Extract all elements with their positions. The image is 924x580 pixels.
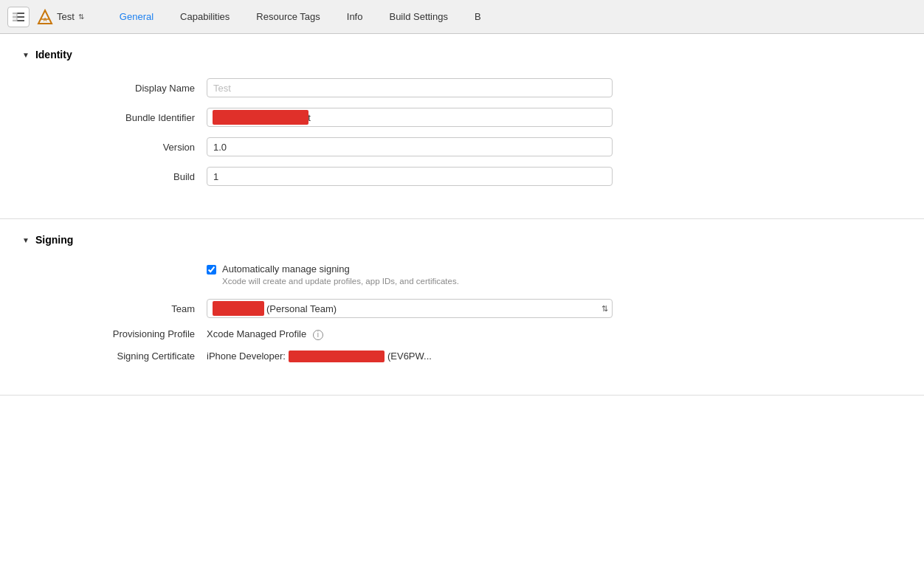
version-label: Version xyxy=(22,142,207,153)
cert-redact xyxy=(289,351,385,362)
team-select[interactable]: (Personal Team) xyxy=(207,299,613,318)
auto-signing-row: Automatically manage signing Xcode will … xyxy=(207,263,902,286)
content-area: ▼ Identity Display Name Bundle Identifie… xyxy=(0,34,924,396)
cert-value: iPhone Developer: (EV6PW... xyxy=(207,351,432,362)
toolbar: A Test ⇅ General Capabilities Resource T… xyxy=(0,0,924,34)
identity-collapse-triangle[interactable]: ▼ xyxy=(22,51,30,59)
tab-info[interactable]: Info xyxy=(334,8,376,25)
signing-section: ▼ Signing Automatically manage signing X… xyxy=(0,219,924,396)
signing-section-header: ▼ Signing xyxy=(22,234,902,246)
build-row: Build xyxy=(22,167,902,186)
signing-collapse-triangle[interactable]: ▼ xyxy=(22,236,30,244)
tab-general[interactable]: General xyxy=(106,8,167,25)
auto-signing-desc: Xcode will create and update profiles, a… xyxy=(222,277,459,286)
identity-section-title: Identity xyxy=(35,49,72,61)
signing-section-title: Signing xyxy=(35,234,73,246)
auto-signing-label-group: Automatically manage signing Xcode will … xyxy=(222,263,459,286)
display-name-label: Display Name xyxy=(22,83,207,94)
cert-suffix: (EV6PW... xyxy=(387,351,432,362)
provisioning-info-icon[interactable]: i xyxy=(313,330,323,340)
project-name: Test xyxy=(57,11,75,22)
build-label: Build xyxy=(22,171,207,182)
provisioning-value: Xcode Managed Profile i xyxy=(207,328,323,340)
display-name-input[interactable] xyxy=(207,78,613,97)
tab-bar: General Capabilities Resource Tags Info … xyxy=(106,8,917,25)
tab-capabilities[interactable]: Capabilities xyxy=(167,8,243,25)
auto-signing-checkbox[interactable] xyxy=(207,265,216,275)
provisioning-row: Provisioning Profile Xcode Managed Profi… xyxy=(22,328,902,340)
display-name-row: Display Name xyxy=(22,78,902,97)
project-icon: A xyxy=(37,9,53,25)
team-redact xyxy=(213,301,264,316)
tab-build-settings[interactable]: Build Settings xyxy=(376,8,461,25)
svg-rect-3 xyxy=(13,13,17,21)
provisioning-value-text: Xcode Managed Profile xyxy=(207,328,306,339)
identity-section-header: ▼ Identity xyxy=(22,49,902,61)
cert-label: Signing Certificate xyxy=(22,351,207,362)
provisioning-label: Provisioning Profile xyxy=(22,328,207,339)
cert-prefix: iPhone Developer: xyxy=(207,351,286,362)
bundle-id-row: Bundle Identifier xyxy=(22,108,902,127)
bundle-id-redact xyxy=(213,110,308,125)
project-stepper-icon[interactable]: ⇅ xyxy=(78,13,84,21)
sidebar-toggle-icon xyxy=(13,13,24,21)
version-input[interactable] xyxy=(207,137,613,156)
build-input[interactable] xyxy=(207,167,613,186)
svg-text:A: A xyxy=(44,17,47,22)
cert-row: Signing Certificate iPhone Developer: (E… xyxy=(22,351,902,362)
team-row: Team (Personal Team) ⇅ xyxy=(22,299,902,318)
team-select-wrapper: (Personal Team) ⇅ xyxy=(207,299,613,318)
auto-signing-label: Automatically manage signing xyxy=(222,263,459,275)
team-label: Team xyxy=(22,303,207,314)
sidebar-toggle-button[interactable] xyxy=(7,7,30,27)
bundle-id-wrapper xyxy=(207,108,613,127)
project-selector[interactable]: A Test ⇅ xyxy=(37,9,84,25)
tab-b[interactable]: B xyxy=(461,8,494,25)
bundle-id-label: Bundle Identifier xyxy=(22,112,207,123)
identity-section: ▼ Identity Display Name Bundle Identifie… xyxy=(0,34,924,219)
tab-resource-tags[interactable]: Resource Tags xyxy=(243,8,333,25)
version-row: Version xyxy=(22,137,902,156)
